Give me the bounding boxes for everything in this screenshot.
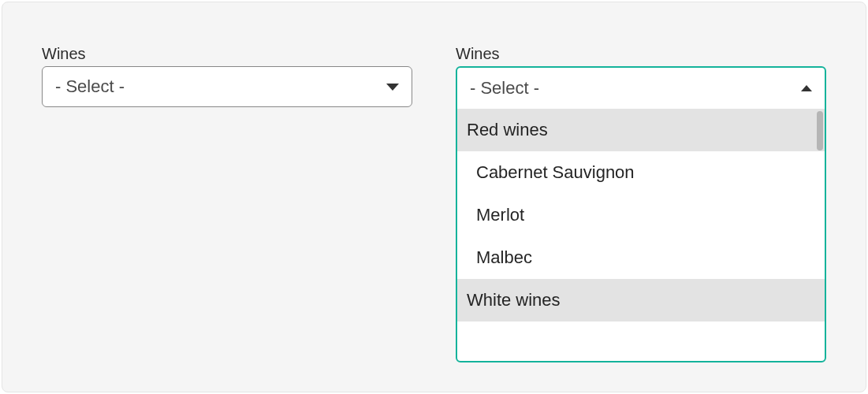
select-open-header[interactable]: - Select - bbox=[457, 68, 825, 109]
field-label-left: Wines bbox=[42, 45, 412, 63]
scrollbar-thumb[interactable] bbox=[817, 111, 823, 151]
select-value-left: - Select - bbox=[55, 76, 125, 97]
option-merlot[interactable]: Merlot bbox=[457, 194, 825, 236]
option-cabernet-sauvignon[interactable]: Cabernet Sauvignon bbox=[457, 151, 825, 194]
option-malbec[interactable]: Malbec bbox=[457, 236, 825, 279]
component-example-panel: Wines - Select - Wines - Select - Red wi… bbox=[2, 2, 866, 392]
optgroup-red-wines: Red wines bbox=[457, 109, 825, 151]
select-closed-example: Wines - Select - bbox=[42, 45, 412, 349]
option-partial[interactable] bbox=[457, 322, 825, 340]
dropdown-list[interactable]: Red wines Cabernet Sauvignon Merlot Malb… bbox=[457, 109, 825, 361]
optgroup-white-wines: White wines bbox=[457, 279, 825, 322]
wines-select-closed[interactable]: - Select - bbox=[42, 66, 412, 107]
chevron-down-icon bbox=[386, 84, 399, 91]
select-open-example: Wines - Select - Red wines Cabernet Sauv… bbox=[456, 45, 826, 349]
field-label-right: Wines bbox=[456, 45, 826, 63]
select-value-right: - Select - bbox=[470, 78, 539, 98]
chevron-up-icon bbox=[801, 85, 812, 91]
wines-select-open[interactable]: - Select - Red wines Cabernet Sauvignon … bbox=[456, 66, 826, 362]
